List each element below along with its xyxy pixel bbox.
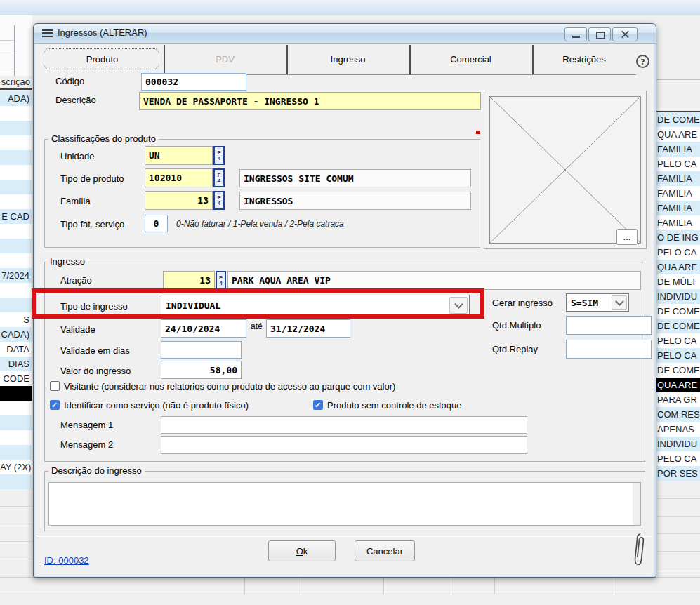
restore-button[interactable] — [588, 27, 611, 41]
table-row[interactable]: PELO CA — [656, 348, 700, 363]
table-row[interactable]: E CAD — [0, 209, 32, 224]
ok-button[interactable]: Ok — [268, 540, 336, 561]
table-row[interactable] — [0, 180, 32, 194]
visitante-checkbox[interactable] — [50, 381, 60, 391]
combo-arrow[interactable] — [612, 295, 627, 310]
table-row[interactable]: AY (2X) — [0, 460, 32, 474]
table-row[interactable]: DE COME — [656, 363, 700, 378]
table-row[interactable] — [0, 224, 32, 239]
table-row[interactable]: DE MÚLT — [656, 274, 700, 289]
tipo-produto-lookup-button[interactable]: F 4 — [213, 168, 225, 187]
familia-lookup-button[interactable]: F 4 — [213, 191, 225, 210]
table-row[interactable]: FAMILIA — [656, 186, 700, 201]
table-row[interactable] — [0, 106, 32, 121]
table-row[interactable] — [0, 239, 32, 253]
table-row[interactable]: FAMILIA — [656, 142, 700, 157]
table-row[interactable]: APENAS — [656, 422, 700, 437]
dialog-titlebar[interactable]: Ingressos (ALTERAR) — [34, 24, 656, 44]
tab-pdv[interactable]: PDV — [164, 45, 288, 74]
table-row[interactable] — [0, 445, 32, 460]
image-browse-button[interactable]: ... — [616, 229, 638, 245]
table-row[interactable]: INDIVIDU — [656, 437, 700, 451]
gerar-ingresso-select[interactable]: S=SIM — [566, 293, 629, 312]
table-row[interactable] — [0, 165, 32, 180]
descricao-field[interactable]: VENDA DE PASSAPORTE - INGRESSO 1 — [139, 92, 481, 110]
help-icon[interactable]: ? — [636, 55, 649, 68]
table-row[interactable] — [0, 150, 32, 165]
table-row[interactable] — [0, 298, 32, 312]
table-row[interactable]: CODE — [0, 371, 32, 386]
descricao-ingresso-textarea[interactable] — [48, 482, 641, 526]
table-row[interactable] — [0, 194, 32, 209]
codigo-field[interactable]: 000032 — [141, 73, 246, 91]
gerar-ingresso-value: S=SIM — [571, 298, 598, 308]
qtd-multiplo-field[interactable] — [566, 316, 652, 335]
table-row[interactable]: FAMILIA — [656, 215, 700, 230]
unidade-lookup-button[interactable]: F 4 — [213, 146, 225, 165]
table-row[interactable] — [0, 121, 32, 135]
familia-field[interactable]: 13 — [145, 191, 213, 210]
table-row[interactable] — [0, 253, 32, 268]
tab-produto[interactable]: Produto — [41, 45, 165, 74]
atracao-lookup-button[interactable]: F 4 — [216, 271, 226, 290]
table-row[interactable]: QUA ARE — [656, 127, 700, 142]
table-row[interactable] — [0, 386, 32, 401]
table-row[interactable]: CADA) — [0, 327, 32, 342]
table-row[interactable] — [0, 135, 32, 150]
qtd-replay-label: Qtd.Replay — [492, 344, 538, 354]
tipo-fat-field[interactable]: 0 — [145, 215, 168, 232]
tipo-produto-field[interactable]: 102010 — [145, 168, 213, 187]
tab-restricoes[interactable]: Restrições — [532, 45, 636, 74]
valor-ingresso-field[interactable]: 58,00 — [161, 361, 242, 379]
table-row[interactable]: FAMILIA — [656, 201, 700, 215]
textarea-scrollbar[interactable] — [633, 483, 640, 525]
record-id-link[interactable]: ID: 000032 — [44, 555, 89, 566]
tab-ingresso[interactable]: Ingresso — [286, 45, 411, 74]
table-row[interactable]: PELO CA — [656, 451, 700, 466]
cancel-button[interactable]: Cancelar — [355, 540, 415, 561]
table-row[interactable]: FAMILIA — [656, 171, 700, 186]
mensagem1-field[interactable] — [161, 416, 527, 434]
unidade-field[interactable]: UN — [145, 146, 213, 165]
table-row[interactable] — [0, 401, 32, 415]
qtd-replay-field[interactable] — [566, 340, 652, 359]
table-row[interactable]: ADA) — [0, 91, 32, 106]
table-row[interactable] — [0, 415, 32, 430]
validade-de-field[interactable]: 24/10/2024 — [161, 319, 246, 338]
table-row[interactable]: PELO CA — [656, 157, 700, 171]
table-row[interactable]: COM RES — [656, 407, 700, 422]
table-row[interactable]: DE COME — [656, 319, 700, 333]
table-row[interactable]: PELO CA — [656, 333, 700, 348]
mensagem2-label: Mensagem 2 — [60, 439, 113, 450]
table-row[interactable] — [0, 430, 32, 445]
table-row[interactable]: 7/2024 — [0, 268, 32, 283]
tab-comercial[interactable]: Comercial — [409, 45, 534, 74]
table-row[interactable]: DE COME — [656, 304, 700, 319]
validade-ate-field[interactable]: 31/12/2024 — [266, 319, 350, 338]
table-row[interactable]: PELO CA — [656, 245, 700, 260]
servico-checkbox[interactable]: ✓ — [50, 400, 60, 410]
table-row[interactable]: QUA ARE — [656, 378, 700, 392]
estoque-checkbox[interactable]: ✓ — [313, 400, 323, 410]
table-row[interactable]: S — [0, 312, 32, 327]
table-row[interactable]: DIAS — [0, 357, 32, 371]
mensagem2-field[interactable] — [161, 436, 527, 454]
table-row[interactable]: INDIVIDU — [656, 289, 700, 304]
table-row[interactable]: QUA ARE — [656, 260, 700, 274]
estoque-checkbox-label[interactable]: Produto sem controle de estoque — [327, 400, 462, 411]
close-button[interactable] — [612, 27, 638, 41]
table-row[interactable]: O DE ING — [656, 230, 700, 245]
minimize-button[interactable] — [564, 27, 587, 41]
tab-focus-rect — [44, 48, 159, 69]
table-row[interactable]: POR SES — [656, 466, 700, 481]
atracao-field[interactable]: 13 — [163, 271, 215, 290]
validade-dias-field[interactable] — [161, 341, 242, 359]
servico-checkbox-label[interactable]: Identificar como serviço (não é produto … — [64, 400, 249, 411]
table-row[interactable]: DATA — [0, 342, 32, 357]
visitante-checkbox-label[interactable]: Visitante (considerar nos relatorios com… — [64, 381, 395, 392]
table-row[interactable] — [0, 283, 32, 298]
table-row[interactable]: DE COME — [656, 112, 700, 127]
system-menu-icon[interactable] — [42, 29, 53, 37]
table-row[interactable] — [0, 474, 32, 489]
table-row[interactable]: PARA GR — [656, 392, 700, 407]
